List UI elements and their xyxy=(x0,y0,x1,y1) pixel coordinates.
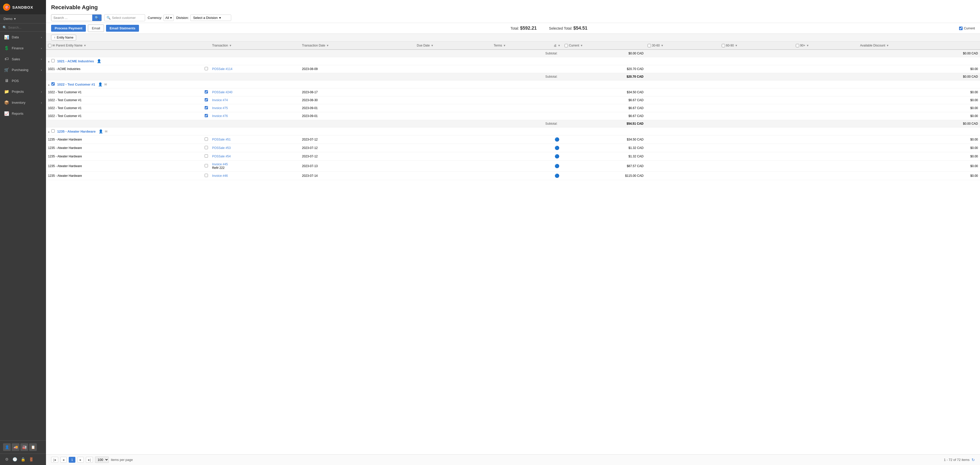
row-checkbox[interactable] xyxy=(205,67,208,70)
person-icon[interactable]: 👤 xyxy=(98,82,102,86)
filter-icon[interactable]: ▼ xyxy=(431,44,434,47)
transaction-link[interactable]: Invoice #74 xyxy=(212,98,228,102)
select-all-checkbox[interactable] xyxy=(48,44,51,47)
settings-icon[interactable]: ⚙ xyxy=(3,456,10,463)
sidebar-search-input[interactable] xyxy=(8,25,43,29)
email-button[interactable]: Email xyxy=(88,24,104,32)
current-cell: $20.70 CAD xyxy=(563,65,646,73)
lock-icon[interactable]: 🔒 xyxy=(19,456,27,463)
page-1-button[interactable]: 1 xyxy=(69,457,75,463)
row-checkbox[interactable] xyxy=(205,164,208,167)
sidebar-item-projects[interactable]: 📁Projects › xyxy=(0,86,46,97)
transaction-link[interactable]: Invoice #45 xyxy=(212,162,228,166)
person-icon[interactable]: 👤 xyxy=(99,129,103,133)
group-checkbox[interactable] xyxy=(51,59,55,62)
truck-icon[interactable]: 🚚 xyxy=(12,443,19,451)
row-checkbox[interactable] xyxy=(205,154,208,158)
transaction-link[interactable]: Invoice #76 xyxy=(212,114,228,118)
filter-icon[interactable]: ▼ xyxy=(326,44,329,47)
col-60-90-cell xyxy=(720,172,794,180)
next-page-button[interactable]: ▸ xyxy=(77,457,84,463)
prev-page-button[interactable]: ◂ xyxy=(60,457,67,463)
customer-search[interactable]: 🔍 Select customer xyxy=(104,14,145,21)
transaction-link[interactable]: Invoice #75 xyxy=(212,106,228,110)
person-icon[interactable]: 👤 xyxy=(97,59,101,63)
filter-icon[interactable]: ▼ xyxy=(580,44,583,47)
group-name[interactable]: 1021 - ACME Industries xyxy=(57,59,94,63)
transaction-link[interactable]: POSSale #53 xyxy=(212,146,231,150)
transaction-link[interactable]: POSSale #51 xyxy=(212,138,231,141)
row-checkbox[interactable] xyxy=(205,114,208,117)
transaction-link[interactable]: POSSale #240 xyxy=(212,91,232,94)
search-input[interactable] xyxy=(51,14,92,21)
sidebar-item-sales[interactable]: 🏷Sales › xyxy=(0,54,46,64)
email-statements-button[interactable]: Email Statments xyxy=(106,25,139,32)
last-page-button[interactable]: ▸| xyxy=(86,457,93,463)
logout-icon[interactable]: 🚪 xyxy=(28,456,35,463)
row-checkbox[interactable] xyxy=(205,106,208,109)
current-cell: $1.32 CAD xyxy=(563,144,646,152)
sidebar-item-data[interactable]: 📊Data › xyxy=(0,32,46,43)
sidebar-item-label: Purchasing xyxy=(12,68,29,72)
refresh-icon[interactable]: ↻ xyxy=(972,458,975,462)
first-page-button[interactable]: |◂ xyxy=(51,457,58,463)
search-button[interactable]: 🔍 xyxy=(92,14,102,21)
90plus-checkbox[interactable] xyxy=(796,44,799,47)
chevron-right-icon: › xyxy=(41,57,42,61)
current-col-checkbox[interactable] xyxy=(565,44,568,47)
transaction-link[interactable]: Invoice #46 xyxy=(212,174,228,178)
division-select[interactable]: Select a Division ▾ xyxy=(190,14,231,21)
transaction-link[interactable]: POSSale #114 xyxy=(212,67,232,71)
sidebar-item-purchasing[interactable]: 🛒Purchasing › xyxy=(0,64,46,75)
filter-icon[interactable]: ▼ xyxy=(735,44,738,47)
currency-select[interactable]: All ▾ xyxy=(164,14,173,21)
filter-icon[interactable]: ▼ xyxy=(806,44,809,47)
row-checkbox[interactable] xyxy=(205,146,208,149)
col-30-60-cell xyxy=(646,104,720,112)
filter-icon[interactable]: ▼ xyxy=(558,44,560,47)
table-row: 1022 - Test Customer #1 Invoice #75 2023… xyxy=(46,104,980,112)
people-icon[interactable]: 👤 xyxy=(3,443,11,451)
transaction-link[interactable]: POSSale #54 xyxy=(212,154,231,158)
group-name[interactable]: 1235 - Atwater Hardware xyxy=(57,129,96,133)
sidebar-user[interactable]: Demo ▾ xyxy=(0,14,46,24)
entity-name-cell: 1022 - Test Customer #1 xyxy=(46,96,202,104)
collapse-icon[interactable]: ▴ xyxy=(48,130,49,133)
per-page-select[interactable]: 100502510 xyxy=(95,457,109,463)
row-checkbox[interactable] xyxy=(205,174,208,177)
collapse-icon[interactable]: ▴ xyxy=(48,83,49,86)
factory-icon[interactable]: 🏭 xyxy=(21,443,28,451)
division-value: Select a Division xyxy=(193,16,218,20)
group-name[interactable]: 1022 - Test Customer #1 xyxy=(57,83,95,86)
sidebar-item-inventory[interactable]: 📦Inventory › xyxy=(0,97,46,108)
sort-entity-button[interactable]: ↑ Entity Name xyxy=(51,35,76,40)
collapse-icon[interactable]: ▴ xyxy=(48,59,49,63)
row-checkbox[interactable] xyxy=(205,137,208,141)
current-checkbox[interactable] xyxy=(959,27,963,30)
col-60-90-cell xyxy=(720,112,794,120)
sidebar-item-label: Finance xyxy=(12,46,24,50)
print-status-icon: 🔵 xyxy=(555,164,560,168)
row-checkbox[interactable] xyxy=(205,98,208,102)
30-60-checkbox[interactable] xyxy=(648,44,651,47)
process-payment-button[interactable]: Process Payment xyxy=(51,25,86,32)
mail-icon[interactable]: ✉ xyxy=(105,129,108,133)
selected-total-label: Selected Total: xyxy=(549,26,573,30)
clipboard-icon[interactable]: 📋 xyxy=(29,443,37,451)
sidebar-item-pos[interactable]: 🖥POS xyxy=(0,75,46,86)
filter-icon[interactable]: ▼ xyxy=(84,44,86,47)
row-checkbox[interactable] xyxy=(205,90,208,94)
filter-icon[interactable]: ▼ xyxy=(503,44,506,47)
sidebar-item-reports[interactable]: 📈Reports xyxy=(0,108,46,119)
filter-icon[interactable]: ▼ xyxy=(886,44,889,47)
60-90-checkbox[interactable] xyxy=(722,44,725,47)
clock-icon[interactable]: 🕐 xyxy=(11,456,18,463)
filter-icon[interactable]: ▼ xyxy=(229,44,232,47)
filter-icon[interactable]: ▼ xyxy=(661,44,664,47)
sidebar-item-finance[interactable]: 💲Finance › xyxy=(0,43,46,54)
col-90plus-cell xyxy=(794,88,858,96)
group-checkbox[interactable] xyxy=(51,129,55,132)
mail-icon[interactable]: ✉ xyxy=(104,83,107,86)
pagination-bar: |◂ ◂ 1 ▸ ▸| 100502510 items per page 1 -… xyxy=(46,454,980,465)
group-checkbox[interactable] xyxy=(51,82,55,86)
